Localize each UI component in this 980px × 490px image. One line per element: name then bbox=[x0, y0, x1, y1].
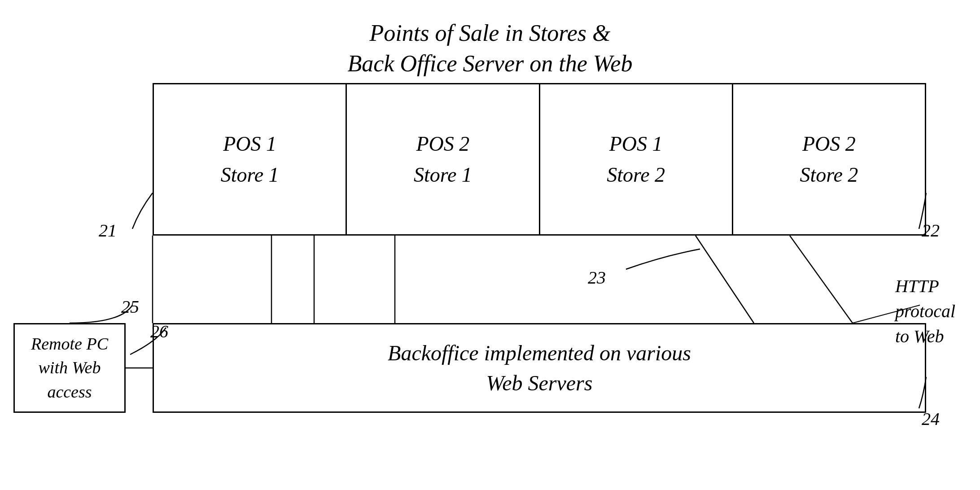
backoffice-box: Backoffice implemented on various Web Se… bbox=[153, 323, 926, 413]
diagram-title: Points of Sale in Stores & Back Office S… bbox=[0, 0, 980, 79]
label-24: 24 bbox=[922, 408, 940, 429]
label-23: 23 bbox=[588, 267, 606, 288]
label-26: 26 bbox=[150, 321, 168, 342]
pos-row-container: POS 1 Store 1 POS 2 Store 1 POS 1 Store … bbox=[153, 83, 926, 236]
pos-box-3: POS 1 Store 2 bbox=[540, 84, 733, 234]
remote-pc-box: Remote PC with Web access bbox=[13, 323, 126, 413]
label-25: 25 bbox=[121, 296, 139, 317]
pos-box-4: POS 2 Store 2 bbox=[733, 84, 925, 234]
label-22: 22 bbox=[922, 220, 940, 241]
diagram-container: Points of Sale in Stores & Back Office S… bbox=[0, 0, 980, 490]
svg-line-6 bbox=[790, 236, 853, 323]
svg-line-5 bbox=[696, 236, 754, 323]
http-label: HTTP protocal to Web bbox=[895, 274, 955, 349]
pos-box-2: POS 2 Store 1 bbox=[347, 84, 540, 234]
label-21: 21 bbox=[99, 220, 117, 241]
pos-box-1: POS 1 Store 1 bbox=[154, 84, 347, 234]
